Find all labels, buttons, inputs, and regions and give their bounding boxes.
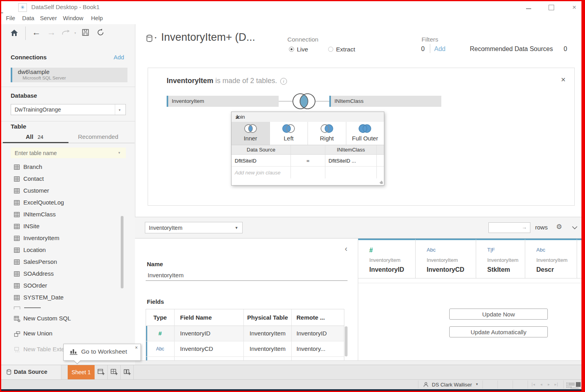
right-table-bar[interactable]: INItemClass bbox=[329, 96, 441, 107]
col-physical-table[interactable]: Physical Table bbox=[244, 309, 292, 326]
join-type-right[interactable]: Right bbox=[308, 122, 346, 145]
chevron-down-icon[interactable] bbox=[572, 226, 577, 229]
tab-sheet1[interactable]: Sheet 1 bbox=[68, 365, 95, 379]
datasource-title[interactable]: InventoryItem+ (D... bbox=[161, 31, 255, 44]
menu-window[interactable]: Window bbox=[63, 15, 84, 21]
extract-radio-label[interactable]: Extract bbox=[336, 46, 355, 53]
table-list-item[interactable]: Contact bbox=[11, 173, 125, 185]
table-list-item[interactable]: Location bbox=[11, 244, 125, 256]
add-join-clause-row[interactable]: Add new join clause bbox=[232, 167, 384, 178]
add-connection-link[interactable]: Add bbox=[114, 54, 124, 61]
tab-data-source[interactable]: Data Source bbox=[1, 365, 61, 379]
menu-help[interactable]: Help bbox=[91, 15, 103, 21]
update-automatically-button[interactable]: Update Automatically bbox=[449, 326, 548, 337]
join-clause-row[interactable]: DfltSiteID = DfltSiteID ... bbox=[232, 155, 384, 167]
table-name: SOOrder bbox=[23, 282, 47, 289]
update-now-button[interactable]: Update Now bbox=[449, 309, 548, 320]
table-list-item[interactable]: INItemClass bbox=[11, 209, 125, 221]
table-list-item[interactable]: SalesPerson bbox=[11, 256, 125, 268]
filmstrip-view-icon[interactable] bbox=[569, 383, 575, 386]
database-dropdown-caret[interactable]: ▾ bbox=[115, 104, 125, 115]
join-venn-icon[interactable] bbox=[291, 91, 317, 112]
col-remote[interactable]: Remote ... bbox=[292, 309, 344, 326]
col-field-name[interactable]: Field Name bbox=[175, 309, 244, 326]
table-list-item[interactable]: InventoryItem bbox=[11, 233, 125, 244]
connection-card[interactable]: dw6\sample Microsoft SQL Server bbox=[11, 68, 127, 82]
new-custom-sql[interactable]: New Custom SQL bbox=[11, 313, 125, 325]
redo-icon[interactable] bbox=[61, 30, 71, 35]
fields-scrollbar[interactable] bbox=[345, 326, 348, 356]
tab-recommended[interactable]: Recommended bbox=[78, 133, 118, 140]
minimize-button[interactable] bbox=[523, 6, 534, 11]
filters-add-link[interactable]: Add bbox=[434, 45, 445, 53]
home-icon[interactable] bbox=[10, 29, 18, 36]
user-menu-caret-icon[interactable]: ▼ bbox=[475, 383, 479, 386]
preview-column-header[interactable]: # InventoryItem InventoryID bbox=[358, 239, 416, 278]
table-list-item[interactable]: Branch bbox=[11, 161, 125, 173]
preview-column-header[interactable]: Abc InventoryItem Descr bbox=[525, 239, 577, 278]
sidebar-scrollbar[interactable] bbox=[121, 216, 123, 288]
table-list-item[interactable]: INSite bbox=[11, 221, 125, 233]
info-icon[interactable]: i bbox=[280, 78, 287, 85]
menu-file[interactable]: File bbox=[6, 15, 15, 21]
previous-sheet-icon[interactable]: ◂ bbox=[540, 382, 543, 386]
join-type-left[interactable]: Left bbox=[270, 122, 308, 145]
new-story-button[interactable] bbox=[121, 365, 134, 379]
forward-icon[interactable]: → bbox=[47, 27, 56, 38]
menu-server[interactable]: Server bbox=[40, 15, 57, 21]
table-list-item[interactable]: Customer bbox=[11, 185, 125, 197]
new-union[interactable]: New Union bbox=[11, 328, 125, 340]
table-list-item[interactable]: SOAddress bbox=[11, 268, 125, 280]
table-list-item[interactable]: ExcelQuoteLog bbox=[11, 197, 125, 209]
name-value[interactable]: InventoryItem bbox=[148, 272, 184, 278]
live-radio-label[interactable]: Live bbox=[297, 46, 308, 53]
left-table-bar[interactable]: InventoryItem bbox=[167, 96, 279, 107]
datasource-caret-icon[interactable]: ▾ bbox=[155, 36, 156, 40]
preview-column-header-clipped[interactable]: # Inve Iter bbox=[577, 239, 585, 278]
table-selector-dropdown[interactable]: InventoryItem ▼ bbox=[145, 222, 243, 233]
extract-radio[interactable] bbox=[328, 47, 333, 52]
back-icon[interactable]: ← bbox=[32, 27, 41, 38]
table-list-item[interactable]: SOOrder bbox=[11, 280, 125, 292]
clause-right-field[interactable]: DfltSiteID ... bbox=[325, 155, 377, 167]
go-to-worksheet-tooltip[interactable]: Go to Worksheet × bbox=[63, 344, 141, 361]
table-search-input[interactable] bbox=[11, 148, 126, 158]
preview-column-header[interactable]: T|F InventoryItem StkItem bbox=[476, 239, 525, 278]
field-row[interactable]: Abc InventoryCD InventoryItem Inventory.… bbox=[146, 341, 344, 357]
collapse-chevron-left-icon[interactable]: ‹ bbox=[345, 244, 348, 253]
next-sheet-icon[interactable]: ▸ bbox=[548, 382, 550, 386]
redo-caret-icon[interactable]: ▾ bbox=[74, 31, 76, 35]
clause-left-field[interactable]: DfltSiteID bbox=[232, 155, 291, 167]
user-menu[interactable]: DS Clark Walliser bbox=[432, 382, 472, 388]
search-caret-icon[interactable]: ▾ bbox=[118, 151, 120, 155]
add-join-clause-placeholder[interactable]: Add new join clause bbox=[232, 167, 291, 178]
maximize-button[interactable] bbox=[546, 4, 557, 11]
join-type-full-outer[interactable]: Full Outer bbox=[346, 122, 384, 145]
save-icon[interactable] bbox=[82, 29, 89, 36]
first-sheet-icon[interactable]: |◂ bbox=[532, 382, 536, 386]
field-row[interactable]: # InventoryID InventoryItem InventoryID bbox=[146, 326, 344, 341]
new-dashboard-button[interactable] bbox=[108, 365, 121, 379]
last-sheet-icon[interactable]: ▸| bbox=[555, 382, 558, 386]
tab-all[interactable]: All bbox=[26, 133, 33, 140]
new-worksheet-button[interactable] bbox=[95, 365, 108, 379]
database-dropdown[interactable]: DwTrainingOrange ▾ bbox=[11, 104, 126, 115]
close-join-canvas-icon[interactable]: × bbox=[561, 75, 566, 84]
join-dialog-close-icon[interactable]: × bbox=[236, 114, 380, 121]
table-list-item[interactable]: SYSTEM_Date bbox=[11, 292, 125, 304]
fullscreen-view-icon[interactable] bbox=[576, 382, 581, 387]
clause-operator[interactable]: = bbox=[291, 155, 325, 167]
join-type-inner[interactable]: Inner bbox=[232, 122, 270, 145]
show-tabs-view-icon[interactable] bbox=[566, 383, 568, 384]
refresh-icon[interactable] bbox=[97, 28, 104, 36]
live-radio[interactable] bbox=[289, 47, 294, 52]
rows-limit-input[interactable]: → bbox=[488, 222, 530, 233]
resize-grip-icon[interactable] bbox=[380, 182, 383, 184]
menu-data[interactable]: Data bbox=[22, 15, 34, 21]
preview-column-header[interactable]: Abc InventoryItem InventoryCD bbox=[416, 239, 476, 278]
close-button[interactable]: × bbox=[569, 4, 580, 11]
gear-icon[interactable]: ⚙ bbox=[556, 223, 562, 231]
tooltip-close-icon[interactable]: × bbox=[135, 345, 138, 350]
col-type[interactable]: Type bbox=[146, 309, 175, 326]
datasource-cylinder-icon[interactable] bbox=[146, 34, 153, 42]
